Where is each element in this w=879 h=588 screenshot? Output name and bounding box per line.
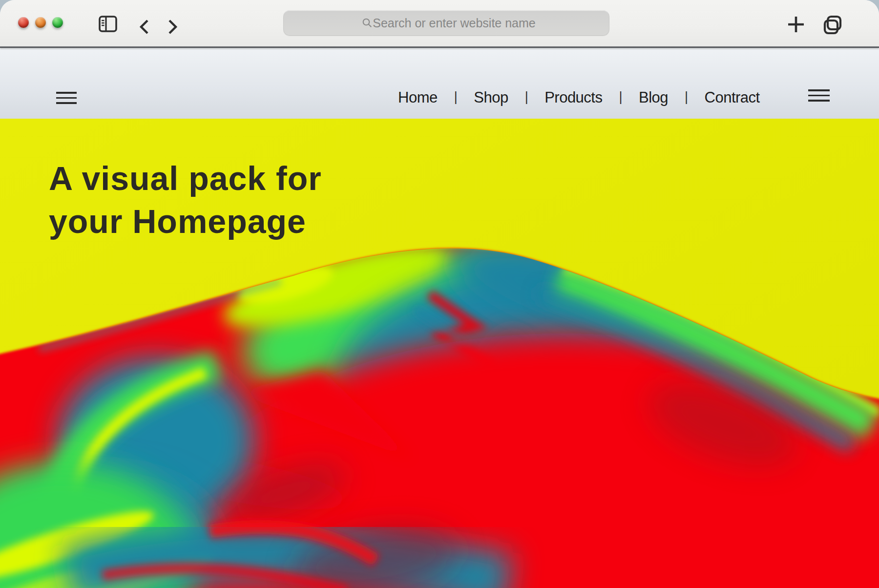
chevron-right-icon xyxy=(167,19,178,35)
hamburger-icon xyxy=(808,89,830,102)
plus-icon xyxy=(786,15,806,34)
tab-overview-icon xyxy=(822,13,844,36)
nav-item-products[interactable]: Products xyxy=(544,89,602,106)
menu-button-left[interactable] xyxy=(56,92,77,104)
forward-button[interactable] xyxy=(166,19,179,35)
nav-item-home[interactable]: Home xyxy=(398,89,438,106)
back-button[interactable] xyxy=(138,19,151,35)
main-nav: Home | Shop | Products | Blog | Contract xyxy=(398,48,760,119)
browser-toolbar xyxy=(0,0,879,46)
window-controls xyxy=(18,17,63,28)
page-title-line1: A visual pack for xyxy=(49,157,322,200)
sidebar-icon xyxy=(99,16,117,32)
site-header: Home | Shop | Products | Blog | Contract xyxy=(0,48,879,119)
search-input[interactable] xyxy=(283,10,609,36)
minimize-button[interactable] xyxy=(35,17,46,28)
chevron-left-icon xyxy=(139,19,150,35)
nav-item-shop[interactable]: Shop xyxy=(474,89,508,106)
address-bar xyxy=(283,10,609,36)
page-title: A visual pack for your Homepage xyxy=(49,157,322,243)
menu-button-right[interactable] xyxy=(808,89,830,102)
nav-item-blog[interactable]: Blog xyxy=(639,89,668,106)
sidebar-toggle-button[interactable] xyxy=(98,15,118,33)
hero-section: A visual pack for your Homepage xyxy=(0,119,879,588)
nav-separator: | xyxy=(454,89,458,105)
zoom-button[interactable] xyxy=(52,17,63,28)
tab-overview-button[interactable] xyxy=(821,13,845,36)
new-tab-button[interactable] xyxy=(785,14,807,35)
nav-separator: | xyxy=(525,89,528,105)
toolbar-divider xyxy=(0,46,879,48)
nav-separator: | xyxy=(619,89,622,105)
hamburger-icon xyxy=(56,92,77,104)
browser-window: Home | Shop | Products | Blog | Contract xyxy=(0,0,879,588)
nav-item-contract[interactable]: Contract xyxy=(705,89,760,106)
nav-separator: | xyxy=(685,89,688,105)
page-title-line2: your Homepage xyxy=(49,200,322,243)
close-button[interactable] xyxy=(18,17,29,28)
